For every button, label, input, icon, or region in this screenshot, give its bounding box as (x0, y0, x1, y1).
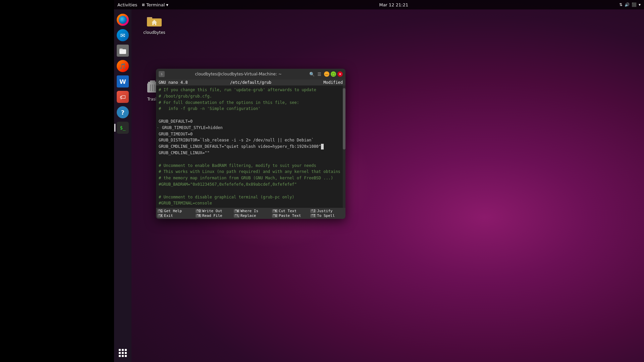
nano-editor-content[interactable]: # If you change this file, run 'update-g… (156, 85, 345, 208)
home-icon-label: cloudbytes (143, 30, 165, 35)
search-button[interactable]: 🔍 (309, 72, 315, 77)
sidebar-item-appcenter[interactable]: 🏷 (116, 90, 130, 104)
power-icon[interactable]: ⬛ (632, 2, 637, 7)
nano-line-12 (156, 156, 345, 163)
terminal-controls: 🔍 ☰ — □ ✕ (309, 71, 343, 77)
nano-line-19: #GRUB_TERMINAL=console (156, 200, 345, 206)
svg-rect-6 (150, 80, 155, 82)
nano-line-9: GRUB_DISTRIBUTOR=`lsb_release -i -s 2> /… (156, 137, 345, 143)
shortcut-write-out: ^O Write Out (196, 209, 232, 213)
svg-line-10 (155, 84, 155, 91)
terminal-menu[interactable]: 🖥 Terminal ▾ (141, 2, 168, 7)
desktop-icon-home[interactable]: cloudbytes (141, 13, 168, 35)
minimize-button[interactable]: — (324, 71, 329, 77)
svg-rect-1 (119, 49, 123, 50)
system-menu-icon[interactable]: ▾ (639, 2, 641, 7)
nano-line-4: # info -f grub -n 'Simple configuration' (156, 106, 345, 112)
nano-line-7: ·GRUB_TIMEOUT_STYLE=hidden (156, 125, 345, 131)
close-button[interactable]: ✕ (337, 71, 343, 77)
menu-button[interactable]: ☰ (317, 72, 321, 77)
sidebar-item-rhythmbox[interactable]: 🎵 (116, 59, 130, 73)
nano-version: GNU nano 4.8 (159, 80, 205, 85)
nano-line-11: GRUB_CMDLINE_LINUX="" (156, 150, 345, 156)
nano-line-14: # This works with Linux (no path require… (156, 169, 345, 175)
topbar: Activities 🖥 Terminal ▾ Mar 12 21:21 ⇅ 🔊… (114, 0, 644, 9)
sidebar-dock: ✉ 🎵 W 🏷 ? $ (114, 9, 131, 362)
shortcut-to-spell: ^T To Spell (310, 214, 345, 218)
terminal-titlebar: $ cloudbytes@cloudbytes-Virtual-Machine:… (156, 69, 345, 79)
sidebar-item-terminal[interactable]: $_ (116, 121, 130, 135)
maximize-button[interactable]: □ (331, 71, 336, 77)
sidebar-item-firefox[interactable] (116, 13, 130, 27)
nano-line-16: #GRUB_BADRAM="0x01234567,0xfefefefe,0x89… (156, 181, 345, 188)
nano-line-5 (156, 112, 345, 118)
sidebar-item-writer[interactable]: W (116, 74, 130, 88)
nano-line-8: GRUB_TIMEOUT=0 (156, 131, 345, 137)
nano-footer: ^G Get Help ^O Write Out ^W Where Is ^K … (156, 208, 345, 219)
nano-filename: /etc/default/grub (205, 80, 297, 85)
sidebar-item-thunderbird[interactable]: ✉ (116, 28, 130, 42)
shortcut-where-is: ^W Where Is (234, 209, 271, 213)
terminal-icon: 🖥 (141, 3, 145, 7)
nano-status: Modified (297, 80, 343, 85)
scrollbar-thumb[interactable] (343, 88, 345, 149)
terminal-title: cloudbytes@cloudbytes-Virtual-Machine: ~ (167, 72, 309, 76)
shortcut-get-help: ^G Get Help (157, 209, 194, 213)
svg-line-8 (150, 84, 151, 91)
scrollbar-track[interactable] (343, 85, 345, 208)
nano-line-6: GRUB_DEFAULT=0 (156, 118, 345, 125)
nano-line-2: # /boot/grub/grub.cfg. (156, 93, 345, 100)
nano-line-10: GRUB_CMDLINE_LINUX_DEFAULT="quiet splash… (156, 143, 345, 150)
nano-line-3: # For full documentation of the options … (156, 100, 345, 106)
network-icon[interactable]: ⇅ (619, 2, 623, 7)
nano-line-17 (156, 188, 345, 194)
nano-line-13: # Uncomment to enable BadRAM filtering, … (156, 163, 345, 169)
datetime-display: Mar 12 21:21 (379, 2, 408, 7)
volume-icon[interactable]: 🔊 (625, 2, 630, 7)
sidebar-item-files[interactable] (116, 44, 130, 58)
terminal-titlebar-icon: $ (159, 71, 165, 77)
sidebar-item-help[interactable]: ? (116, 105, 130, 119)
shortcut-replace: ^\ Replace (234, 214, 271, 218)
nano-line-1: # If you change this file, run 'update-g… (156, 87, 345, 93)
nano-header: GNU nano 4.8 /etc/default/grub Modified (156, 79, 345, 85)
terminal-window: $ cloudbytes@cloudbytes-Virtual-Machine:… (156, 69, 345, 219)
shortcut-paste-text: ^U Paste Text (272, 214, 309, 218)
shortcut-exit: ^X Exit (157, 214, 194, 218)
nano-line-15: # the memory map information from GRUB (… (156, 175, 345, 181)
shortcut-read-file: ^R Read File (196, 214, 232, 218)
activities-button[interactable]: Activities (117, 2, 137, 7)
shortcut-justify: ^J Justify (310, 209, 345, 213)
show-apps-button[interactable] (119, 349, 127, 357)
shortcut-cut-text: ^K Cut Text (272, 209, 309, 213)
nano-line-18: # Uncomment to disable graphical termina… (156, 194, 345, 200)
